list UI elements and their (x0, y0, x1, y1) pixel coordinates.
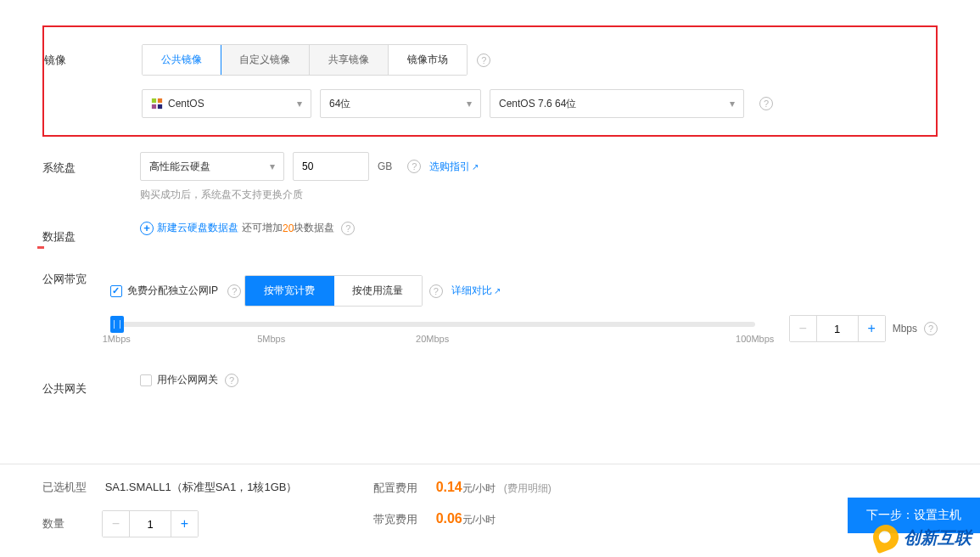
bw-price: 0.06 (436, 511, 462, 526)
disk-type-select[interactable]: 高性能云硬盘 ▾ (140, 152, 284, 181)
label-data-disk: 数据盘 (42, 221, 140, 245)
disk-hint: 购买成功后，系统盘不支持更换介质 (140, 188, 938, 202)
bandwidth-value[interactable] (817, 316, 858, 341)
centos-icon (151, 98, 163, 110)
help-icon[interactable]: ? (341, 222, 355, 235)
gateway-checkbox[interactable]: 用作公网网关 (140, 373, 218, 387)
chevron-down-icon: ▾ (730, 98, 735, 110)
tab-custom-image[interactable]: 自定义镜像 (221, 45, 310, 75)
chevron-down-icon: ▾ (270, 160, 275, 172)
disk-unit: GB (378, 160, 392, 172)
os-value: CentOS (168, 98, 204, 110)
external-icon: ↗ (494, 286, 501, 295)
label-image: 镜像 (44, 44, 142, 68)
help-icon[interactable]: ? (227, 284, 241, 298)
fee-detail-link[interactable]: (费用明细) (504, 482, 552, 494)
tab-by-bandwidth[interactable]: 按带宽计费 (244, 275, 334, 307)
bandwidth-stepper[interactable]: − + (789, 315, 886, 342)
help-icon[interactable]: ? (407, 160, 421, 173)
qty-value[interactable] (130, 511, 171, 537)
label-system-disk: 系统盘 (42, 152, 140, 176)
tab-shared-image[interactable]: 共享镜像 (310, 45, 389, 75)
qty-label: 数量 (42, 516, 102, 532)
bw-unit: 元/小时 (462, 514, 496, 526)
chevron-down-icon: ▾ (467, 98, 472, 110)
svg-rect-2 (152, 104, 156, 109)
quantity-stepper[interactable]: − + (102, 510, 199, 537)
compare-link[interactable]: 详细对比↗ (451, 284, 501, 298)
config-price: 0.14 (436, 480, 462, 494)
image-type-tabs: 公共镜像 自定义镜像 共享镜像 镜像市场 (142, 44, 468, 76)
decrement-button[interactable]: − (790, 316, 817, 341)
label-bandwidth: 公网带宽 (42, 263, 110, 287)
svg-rect-0 (152, 98, 156, 103)
free-ip-checkbox[interactable]: 免费分配独立公网IP (110, 284, 218, 298)
free-ip-label: 免费分配独立公网IP (127, 284, 218, 298)
arch-select[interactable]: 64位 ▾ (320, 89, 481, 118)
disk-size-field[interactable] (294, 160, 368, 172)
bandwidth-unit: Mbps (893, 323, 917, 335)
checkbox-icon (140, 374, 152, 386)
svg-rect-3 (158, 104, 162, 109)
watermark-icon (870, 521, 902, 554)
tab-public-image[interactable]: 公共镜像 (142, 44, 221, 76)
help-icon[interactable]: ? (429, 284, 443, 298)
increment-button[interactable]: + (171, 511, 198, 537)
watermark-text: 创新互联 (904, 526, 972, 549)
add-data-disk-link[interactable]: 新建云硬盘数据盘 (157, 221, 238, 235)
tab-by-traffic[interactable]: 按使用流量 (333, 276, 422, 306)
external-icon: ↗ (472, 162, 479, 172)
add-icon[interactable]: + (140, 222, 154, 235)
decrement-button[interactable]: − (103, 511, 130, 537)
chevron-down-icon: ▾ (297, 98, 302, 110)
increment-button[interactable]: + (858, 316, 885, 341)
checkbox-icon (110, 285, 122, 297)
billing-tabs: 按带宽计费 按使用流量 (244, 275, 423, 307)
remain-count: 20 (283, 222, 294, 234)
purchase-guide-link[interactable]: 选购指引↗ (429, 160, 479, 174)
slider-handle[interactable] (110, 316, 124, 333)
version-value: CentOS 7.6 64位 (499, 97, 576, 111)
watermark: 创新互联 (873, 525, 972, 550)
remain-pre: 还可增加 (242, 221, 283, 235)
bw-fee-label: 带宽费用 (373, 512, 433, 527)
footer-bar: 已选机型 SA1.SMALL1（标准型SA1，1核1GB） 数量 − + 配置费… (0, 464, 980, 557)
help-icon[interactable]: ? (225, 374, 238, 387)
model-value: SA1.SMALL1（标准型SA1，1核1GB） (105, 481, 298, 493)
help-icon[interactable]: ? (924, 322, 938, 335)
disk-size-input[interactable] (293, 152, 369, 181)
config-fee-label: 配置费用 (373, 481, 433, 496)
bandwidth-slider[interactable] (110, 322, 755, 327)
image-section-highlight: 镜像 公共镜像 自定义镜像 共享镜像 镜像市场 ? CentOS (42, 25, 938, 137)
help-icon[interactable]: ? (759, 97, 773, 110)
model-label: 已选机型 (42, 480, 102, 495)
gateway-label: 用作公网网关 (157, 373, 218, 387)
help-icon[interactable]: ? (477, 53, 490, 67)
version-select[interactable]: CentOS 7.6 64位 ▾ (490, 89, 744, 118)
disk-type-value: 高性能云硬盘 (149, 160, 210, 174)
indicator-mark (37, 246, 44, 249)
arch-value: 64位 (329, 97, 350, 111)
tab-market-image[interactable]: 镜像市场 (389, 45, 467, 75)
remain-post: 块数据盘 (294, 221, 334, 235)
os-select[interactable]: CentOS ▾ (142, 89, 311, 118)
config-unit: 元/小时 (462, 482, 496, 494)
svg-rect-1 (158, 98, 162, 103)
label-gateway: 公共网关 (42, 373, 140, 397)
